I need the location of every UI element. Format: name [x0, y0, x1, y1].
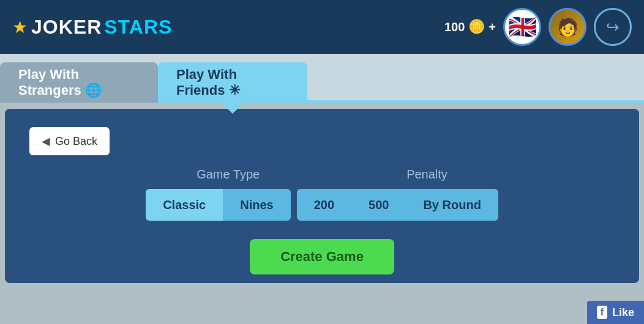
avatar-button[interactable]: 🧑 [549, 8, 586, 46]
options-buttons: Classic Nines 200 500 By Round [146, 189, 498, 221]
create-game-button[interactable]: Create Game [250, 239, 394, 274]
btn-classic[interactable]: Classic [146, 189, 223, 221]
fb-like-button[interactable]: f Like [587, 301, 644, 324]
tab-underline [307, 100, 644, 103]
tabs-area: Play With Strangers 🌐 Play With Friends … [0, 54, 644, 103]
header-right: 100 🪙 + 🇬🇧 🧑 ↪ [444, 8, 632, 46]
header: ★ JOKER STARS 100 🪙 + 🇬🇧 🧑 ↪ [0, 0, 644, 54]
btn-500[interactable]: 500 [351, 189, 406, 221]
btn-200[interactable]: 200 [297, 189, 351, 221]
coins-display: 100 🪙 + [444, 19, 496, 35]
go-back-label: Go Back [55, 135, 97, 148]
logout-icon: ↪ [606, 18, 620, 37]
flag-emoji: 🇬🇧 [508, 13, 537, 40]
tab-play-with-friends[interactable]: Play With Friends ✳ [158, 62, 307, 103]
tab-strangers-label: Play With Strangers 🌐 [18, 67, 140, 98]
game-options: Game Type Penalty Classic Nines 200 500 … [29, 168, 615, 221]
arrow-left-icon: ◀ [42, 134, 50, 148]
coins-amount: 100 [444, 20, 465, 34]
btn-byround[interactable]: By Round [406, 189, 498, 221]
game-type-label: Game Type [197, 168, 260, 182]
fb-icon: f [597, 306, 607, 319]
avatar-icon: 🧑 [557, 17, 578, 37]
tab-play-with-strangers[interactable]: Play With Strangers 🌐 [0, 62, 158, 103]
go-back-button[interactable]: ◀ Go Back [29, 127, 110, 155]
options-labels: Game Type Penalty [197, 168, 447, 182]
btn-nines[interactable]: Nines [223, 189, 290, 221]
logo-star-icon: ★ [12, 17, 28, 37]
plus-icon: + [489, 20, 496, 34]
logo-stars-text: STARS [104, 16, 172, 39]
flag-button[interactable]: 🇬🇧 [503, 8, 541, 46]
logo: ★ JOKER STARS [12, 16, 172, 39]
logo-joker-text: JOKER [31, 16, 102, 39]
penalty-label: Penalty [406, 168, 447, 182]
fb-like-label: Like [612, 306, 634, 319]
coin-icon: 🪙 [468, 19, 485, 35]
tab-friends-label: Play With Friends ✳ [176, 67, 289, 98]
main-content: ◀ Go Back Game Type Penalty Classic Nine… [5, 109, 639, 283]
logout-button[interactable]: ↪ [594, 8, 632, 46]
